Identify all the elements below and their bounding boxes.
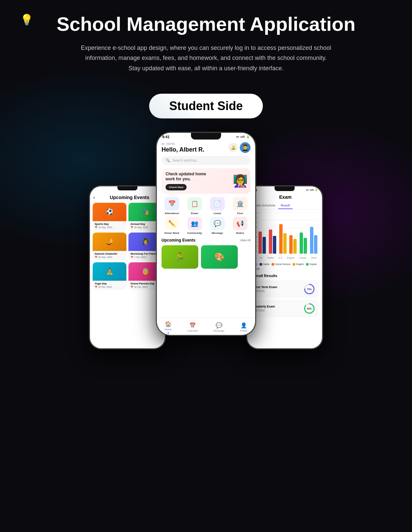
legend-social-science: Social Science	[272, 263, 291, 266]
chart-legend: Sci Maths Social Science English Gujrati	[247, 262, 322, 272]
left-time: 9:41	[94, 188, 101, 192]
home-nav-icon: 🏠	[165, 321, 172, 327]
phone-left: 9:41 ▪▪▪ wifi 🔋 ‹ Upcoming Events ⚽	[89, 185, 166, 349]
page-title: School Management Application	[33, 13, 379, 35]
bottom-nav: 🏠 Home 📅 Calendar 💬 Message 👤 Profile	[157, 318, 255, 335]
fees-icon-box: 🏛️	[233, 197, 247, 210]
center-phone-inner: 9:41 ▪▪▪ wifi 🔋 ID: S8745 Hello, Albert …	[157, 133, 255, 335]
upcoming-title: Upcoming Events	[98, 195, 162, 200]
first-term-exam-card[interactable]: First Term Exam 400/500 75%	[250, 280, 319, 298]
ganesh-image: 🪔	[93, 233, 126, 251]
header-icons: 🔔 👨‍🎓	[228, 142, 250, 153]
sports-day-image: ⚽	[93, 203, 126, 221]
home-header: ID: S8745 Hello, Albert R. 🔔 👨‍🎓	[157, 140, 255, 156]
hindi-bar-1	[310, 227, 313, 254]
center-time: 9:41	[162, 135, 170, 139]
back-button[interactable]: ‹	[93, 195, 95, 200]
logo-icon: 💡	[20, 13, 33, 26]
english-bars	[289, 235, 297, 254]
list-item[interactable]: 🪔 Ganesh Chaturthi 📅 30 Sep, 2023	[93, 233, 126, 260]
fees-label: Fees	[237, 212, 243, 215]
center-status-icons: ▪▪▪ wifi 🔋	[236, 135, 250, 139]
student-info: ID: S8745 Hello, Albert R.	[162, 142, 204, 153]
search-icon: 🔍	[166, 158, 170, 163]
check-now-button[interactable]: Check Now	[166, 184, 187, 190]
chart-container: 200 175 150 125 100 75 50 25 0	[247, 212, 322, 259]
event-thumb-img-2: 🎨	[201, 245, 238, 269]
exam-tabs: Exam Schedule Result	[247, 202, 322, 209]
gujrati-bar-1	[300, 233, 303, 254]
english-bar-2	[293, 239, 297, 254]
avatar[interactable]: 👨‍🎓	[240, 142, 250, 153]
quarterly-exam-card[interactable]: Quaterly Exam 387/500 85%	[250, 300, 319, 317]
notice-label: Notice	[236, 232, 244, 235]
search-bar[interactable]: 🔍 Search anything...	[162, 156, 250, 165]
legend-english: English	[293, 263, 304, 266]
quarterly-score: 387/500	[254, 309, 275, 312]
event-info: Yoga Day 📅 10 Oct, 2023	[93, 281, 126, 290]
phone-center: 9:41 ▪▪▪ wifi 🔋 ID: S8745 Hello, Albert …	[156, 132, 256, 336]
nav-message[interactable]: 💬 Message	[213, 322, 224, 332]
menu-leave[interactable]: 📄 Leave	[207, 197, 228, 215]
event-info: Sports Day 📅 10 Sep, 2023	[93, 221, 126, 231]
tab-result[interactable]: Result	[278, 202, 293, 209]
menu-fees[interactable]: 🏛️ Fees	[230, 197, 250, 215]
list-item[interactable]: ⚽ Sports Day 📅 10 Sep, 2023	[93, 203, 126, 231]
maths-bar-1	[269, 230, 272, 254]
menu-notice[interactable]: 📢 Notice	[230, 217, 250, 235]
x-label-gujrati: Gujrati	[299, 257, 306, 259]
overall-results-title: Overall Results	[250, 274, 319, 278]
nav-profile[interactable]: 👤 Profile	[240, 322, 247, 332]
event-name: Ganesh Chaturthi	[95, 252, 124, 255]
first-term-progress: 75%	[303, 283, 315, 295]
sci-bars	[259, 232, 266, 254]
leave-icon-box: 📄	[210, 197, 225, 210]
badge-section: Student Side	[0, 94, 412, 118]
nav-calendar[interactable]: 📅 Calendar	[187, 322, 198, 332]
bars-container	[257, 217, 319, 254]
gujrati-bar-2	[304, 238, 307, 254]
notification-bell[interactable]: 🔔	[228, 143, 238, 152]
sci-bar-1	[259, 232, 262, 254]
header-section: 💡 School Management Application Experien…	[0, 0, 412, 94]
center-notch-bar: 9:41 ▪▪▪ wifi 🔋	[157, 133, 255, 140]
section-header: Upcoming Events View All	[162, 238, 250, 243]
exam-icon-box: 📋	[187, 197, 202, 210]
nav-home[interactable]: 🏠 Home	[165, 321, 172, 334]
event-thumb-1[interactable]: 🏃	[162, 245, 198, 269]
upcoming-section: Upcoming Events View All 🏃 🎨	[157, 238, 255, 271]
gujrati-bars	[300, 233, 307, 254]
x-label-english: English	[287, 257, 295, 259]
event-date: 📅 10 Sep, 2023	[95, 226, 124, 229]
notice-icon-box: 📢	[233, 217, 247, 230]
menu-attendance[interactable]: 📅 Attendance	[162, 197, 182, 215]
x-labels: Sci Maths S.S English Gujrati Hindi	[257, 257, 319, 259]
right-notch-bar: 9:41 ▪▪▪ wifi 🔋	[247, 186, 322, 193]
community-label: Community	[187, 232, 202, 235]
legend-gujrati: Gujrati	[306, 263, 317, 266]
view-all-button[interactable]: View All	[240, 239, 250, 242]
maths-bar-2	[273, 236, 276, 254]
event-thumb-img-1: 🏃	[162, 245, 198, 269]
menu-message[interactable]: 💬 Message	[207, 217, 228, 235]
calendar-nav-label: Calendar	[187, 329, 198, 332]
x-label-maths: Maths	[268, 257, 274, 259]
homework-banner: Check updated home work for you. Check N…	[162, 168, 250, 194]
ss-bars	[279, 224, 287, 254]
first-term-info: First Term Exam 400/500	[254, 285, 277, 293]
left-header: ‹ Upcoming Events	[90, 193, 165, 203]
attendance-icon-box: 📅	[165, 197, 179, 210]
home-nav-dot	[168, 332, 169, 334]
menu-grid: 📅 Attendance 📋 Exam 📄 Leave 🏛️ Fees ✏️	[157, 197, 255, 238]
yoga-image: 🧘	[93, 262, 126, 281]
menu-exam[interactable]: 📋 Exam	[184, 197, 205, 215]
menu-community[interactable]: 👥 Community	[184, 217, 205, 235]
upcoming-section-title: Upcoming Events	[162, 238, 195, 243]
banner-text: Check updated home work for you.	[166, 172, 209, 182]
events-row: 🏃 🎨	[162, 245, 250, 269]
legend-maths: Maths	[260, 263, 270, 266]
event-thumb-2[interactable]: 🎨	[201, 245, 238, 269]
homework-icon-box: ✏️	[165, 217, 179, 230]
list-item[interactable]: 🧘 Yoga Day 📅 10 Oct, 2023	[93, 262, 126, 290]
menu-homework[interactable]: ✏️ Home Work	[162, 217, 182, 235]
